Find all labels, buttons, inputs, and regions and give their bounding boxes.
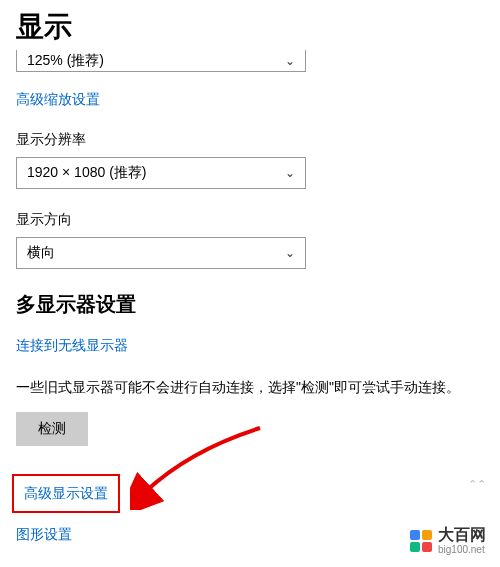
advanced-scaling-link[interactable]: 高级缩放设置 [16,91,100,109]
graphics-settings-link[interactable]: 图形设置 [16,526,72,544]
page-title: 显示 [16,8,484,46]
legacy-monitor-text: 一些旧式显示器可能不会进行自动连接，选择"检测"即可尝试手动连接。 [16,377,484,398]
orientation-dropdown[interactable]: 横向 ⌄ [16,237,306,269]
chevron-down-icon: ⌄ [285,54,295,68]
logo-square [422,542,432,552]
connect-wireless-link[interactable]: 连接到无线显示器 [16,337,128,355]
logo-square [410,530,420,540]
resolution-dropdown[interactable]: 1920 × 1080 (推荐) ⌄ [16,157,306,189]
watermark: 大百网 big100.net [410,526,486,555]
multi-monitor-title: 多显示器设置 [16,291,484,318]
watermark-logo-icon [410,530,432,552]
scale-dropdown[interactable]: 125% (推荐) ⌄ [16,50,306,72]
scroll-hint-icon: ⌃⌃ [468,478,486,491]
chevron-down-icon: ⌄ [285,246,295,260]
chevron-down-icon: ⌄ [285,166,295,180]
watermark-sub: big100.net [438,544,486,555]
highlight-annotation: 高级显示设置 [12,474,120,513]
orientation-label: 显示方向 [16,211,484,229]
watermark-main: 大百网 [438,526,486,544]
logo-square [422,530,432,540]
resolution-value: 1920 × 1080 (推荐) [27,164,146,182]
resolution-label: 显示分辨率 [16,131,484,149]
orientation-value: 横向 [27,244,55,262]
advanced-display-link[interactable]: 高级显示设置 [24,485,108,503]
scale-value: 125% (推荐) [27,52,104,70]
logo-square [410,542,420,552]
detect-button[interactable]: 检测 [16,412,88,446]
